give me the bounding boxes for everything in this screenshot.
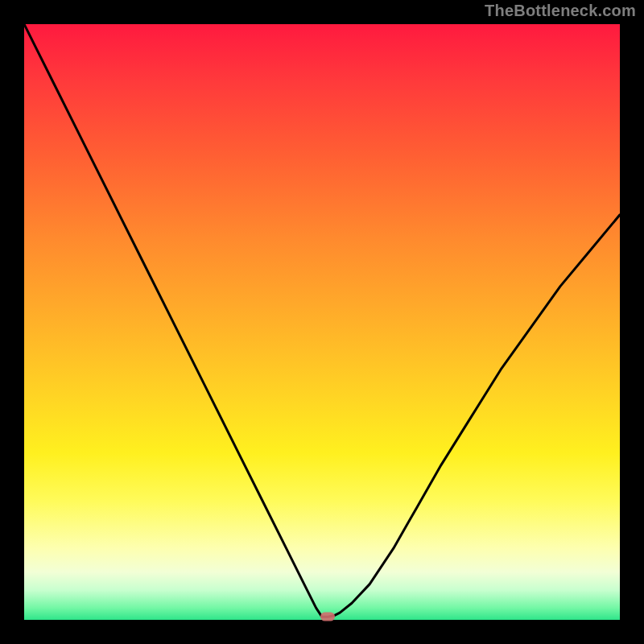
chart-frame: TheBottleneck.com [0, 0, 644, 644]
watermark-text: TheBottleneck.com [485, 2, 636, 20]
curve-svg [24, 24, 620, 620]
minimum-marker [320, 613, 335, 621]
bottleneck-curve [24, 24, 620, 617]
plot-area [24, 24, 620, 620]
